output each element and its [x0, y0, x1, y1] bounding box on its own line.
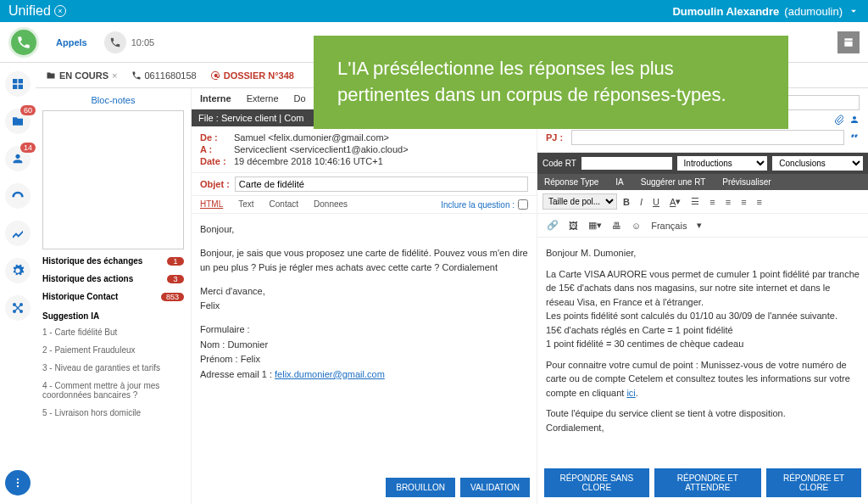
- subject-row: Objet :: [192, 173, 537, 196]
- hist-contact-count: 853: [161, 293, 184, 301]
- font-size-select[interactable]: Taille de pol...: [542, 193, 617, 210]
- reply-close-button[interactable]: RÉPONDRE ET CLORE: [766, 468, 861, 497]
- phone-icon: [16, 35, 31, 50]
- format-text[interactable]: Text: [238, 199, 253, 210]
- date-value: 19 décembre 2018 10:46:16 UTC+1: [234, 156, 383, 166]
- topbar: Unified × Dumoulin Alexandre (adumoulin): [0, 0, 868, 22]
- quote-icon[interactable]: [849, 132, 860, 143]
- bold-button[interactable]: B: [619, 194, 634, 210]
- attach-icon[interactable]: [834, 115, 844, 126]
- subject-input[interactable]: [235, 176, 528, 192]
- r-p1: La Carte VISA AURORE vous permet de cumu…: [546, 269, 860, 307]
- format-html[interactable]: HTML: [200, 199, 223, 210]
- align-center-button[interactable]: ≡: [721, 194, 735, 210]
- r-p6: Toute l'équipe du service client se tien…: [546, 408, 786, 418]
- hist-contact[interactable]: Historique Contact853: [42, 290, 184, 303]
- user-menu[interactable]: Dumoulin Alexandre (adumoulin): [672, 5, 860, 18]
- image-button[interactable]: 🖼: [565, 218, 582, 233]
- mid-buttons: BROUILLON VALIDATION: [192, 471, 537, 504]
- editor-toolbar-2: 🔗 🖼 ▦▾ 🖶 ☺ Français▾: [537, 214, 868, 238]
- concl-select[interactable]: Conclusions: [772, 156, 863, 171]
- lang-select[interactable]: Français: [647, 218, 691, 233]
- nav-folder[interactable]: 60: [5, 109, 31, 134]
- r-ici-link[interactable]: ici: [626, 388, 635, 398]
- bloc-title: Bloc-notes: [42, 95, 184, 105]
- message-header: De :Samuel <felix.dumonier@gmail.com> A …: [192, 126, 537, 173]
- print-button[interactable]: 🖶: [608, 218, 626, 233]
- emoji-button[interactable]: ☺: [627, 218, 645, 233]
- tab-dossier-label: DOSSIER N°348: [224, 70, 294, 81]
- reply-wait-button[interactable]: RÉPONDRE ET ATTENDRE: [654, 468, 761, 497]
- rt-suggest[interactable]: Suggérer une RT: [641, 177, 706, 187]
- card-button[interactable]: [837, 31, 860, 53]
- reply-body[interactable]: Bonjour M. Dumonier, La Carte VISA AUROR…: [537, 238, 868, 462]
- r-p5a: Pour connaitre votre cumul de point : Mu…: [546, 360, 850, 398]
- align-justify-button[interactable]: ≡: [753, 194, 766, 210]
- tab-encours-label: EN COURS: [59, 70, 108, 81]
- nav-person[interactable]: 14: [5, 146, 31, 171]
- suggestion-2[interactable]: 3 - Niveau de garanties et tarifs: [42, 361, 184, 374]
- include-question[interactable]: Inclure la question :: [441, 199, 528, 210]
- to-value: Serviceclient <serviceclient1@akio.cloud…: [234, 144, 409, 154]
- person-add-icon[interactable]: [849, 115, 860, 126]
- subtab-do[interactable]: Do: [294, 93, 306, 104]
- intro-select[interactable]: Introductions: [677, 156, 768, 171]
- call-button[interactable]: [8, 27, 39, 58]
- draft-button[interactable]: BROUILLON: [386, 478, 455, 497]
- codert-input[interactable]: [581, 157, 672, 170]
- hist-actions[interactable]: Historique des actions3: [42, 272, 184, 285]
- person-icon: [11, 152, 25, 165]
- phone-icon: [131, 70, 142, 81]
- rt-bar: Code RT Introductions Conclusions: [537, 153, 868, 174]
- tab-encours[interactable]: EN COURS×: [46, 70, 118, 81]
- rt-ia[interactable]: IA: [615, 177, 623, 187]
- italic-button[interactable]: I: [636, 194, 647, 210]
- suggestion-1[interactable]: 2 - Paiement Frauduleux: [42, 344, 184, 356]
- nav-dashboard[interactable]: [5, 71, 31, 97]
- subtab-externe[interactable]: Externe: [247, 93, 279, 104]
- nav-network[interactable]: [5, 295, 31, 321]
- codert-label: Code RT: [542, 159, 576, 168]
- reply-noclose-button[interactable]: RÉPONDRE SANS CLORE: [544, 468, 649, 497]
- msg-email-link[interactable]: felix.dumonier@gmail.com: [275, 369, 385, 379]
- suggestion-3[interactable]: 4 - Comment mettre à jour mes coordonnée…: [42, 379, 184, 401]
- rt-preview[interactable]: Prévisualiser: [722, 177, 771, 187]
- nav-chart[interactable]: [5, 221, 31, 246]
- rt-type[interactable]: Réponse Type: [544, 177, 598, 187]
- reply-panel: A : CC ▾ PJ :: [537, 88, 868, 504]
- calls-label[interactable]: Appels: [56, 37, 87, 48]
- color-button[interactable]: A▾: [665, 193, 685, 210]
- msg-p0: Bonjour,: [200, 222, 528, 238]
- nav-settings[interactable]: [5, 258, 31, 283]
- list-button[interactable]: ☰: [687, 193, 704, 210]
- reply-buttons: RÉPONDRE SANS CLORE RÉPONDRE ET ATTENDRE…: [537, 462, 868, 504]
- gear-icon: [11, 264, 25, 277]
- align-right-button[interactable]: ≡: [737, 194, 750, 210]
- validate-button[interactable]: VALIDATION: [460, 478, 530, 497]
- link-button[interactable]: 🔗: [542, 217, 563, 233]
- lang-dd[interactable]: ▾: [693, 217, 706, 233]
- pj-input[interactable]: [571, 130, 844, 145]
- underline-button[interactable]: U: [648, 194, 664, 210]
- brand: Unified ×: [8, 3, 66, 19]
- include-checkbox[interactable]: [518, 199, 528, 210]
- message-panel: Interne Externe Do File : Service client…: [192, 88, 537, 504]
- gauge-icon: [11, 189, 25, 203]
- chart-icon: [11, 227, 25, 240]
- tab-dossier[interactable]: DOSSIER N°348: [210, 70, 294, 81]
- format-contact[interactable]: Contact: [270, 199, 298, 210]
- hist-exchanges[interactable]: Historique des échanges1: [42, 255, 184, 267]
- suggestion-4[interactable]: 5 - Livraison hors domicile: [42, 406, 184, 419]
- table-button[interactable]: ▦▾: [584, 217, 606, 233]
- more-fab[interactable]: [5, 470, 31, 496]
- clock-time: 10:05: [131, 37, 155, 48]
- r-p5c: .: [636, 388, 638, 398]
- align-left-button[interactable]: ≡: [705, 194, 719, 210]
- tab-phone[interactable]: 0611680158: [131, 70, 197, 81]
- nav-gauge[interactable]: [5, 183, 31, 209]
- format-donnees[interactable]: Donnees: [314, 199, 348, 210]
- suggestion-0[interactable]: 1 - Carte fidélité But: [42, 326, 184, 339]
- close-icon[interactable]: ×: [112, 70, 117, 81]
- bloc-textarea[interactable]: [42, 110, 184, 249]
- subtab-interne[interactable]: Interne: [200, 93, 231, 104]
